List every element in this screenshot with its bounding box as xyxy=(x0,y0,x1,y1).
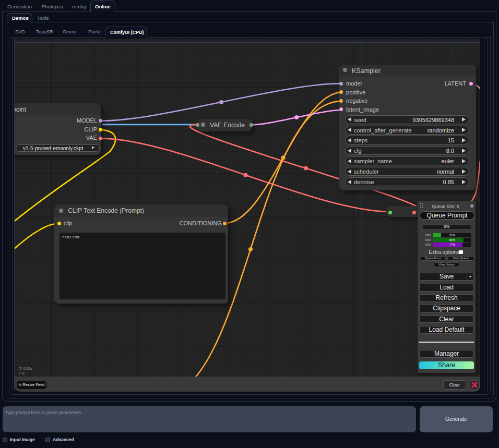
svg-text:I: 0: I: 0 xyxy=(19,371,25,375)
svg-text:T: 0.00s: T: 0.00s xyxy=(19,367,32,370)
